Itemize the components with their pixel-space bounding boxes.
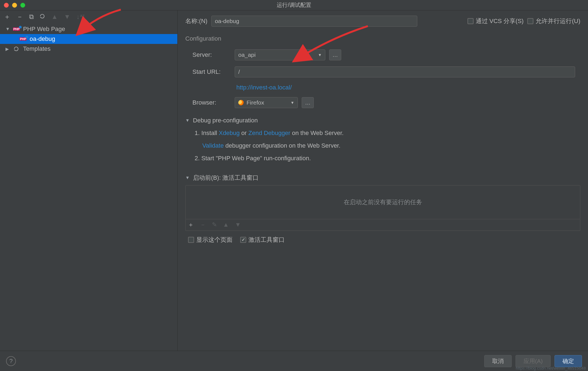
move-down-icon: ▼ xyxy=(64,13,71,20)
add-task-icon[interactable]: ＋ xyxy=(188,222,194,228)
checkbox-icon xyxy=(188,237,194,243)
checkbox-checked-icon xyxy=(240,237,246,243)
sidebar: ＋ － ⧉ ▲ ▼ ↓ᵃᶻ ▼ PHP PHP Web Page PHP oa-… xyxy=(0,10,178,351)
show-page-checkbox[interactable]: 显示这个页面 xyxy=(188,236,233,244)
checkbox-label: 允许并行运行(U) xyxy=(536,17,580,25)
zend-debugger-link[interactable]: Zend Debugger xyxy=(248,130,290,136)
or-text: or xyxy=(241,130,247,136)
activate-tool-window-checkbox[interactable]: 激活工具窗口 xyxy=(240,236,285,244)
config-tree: ▼ PHP PHP Web Page PHP oa-debug ▶ Templa… xyxy=(0,23,177,351)
validate-link[interactable]: Validate xyxy=(202,142,224,149)
share-via-vcs-checkbox[interactable]: 通过 VCS 分享(S) xyxy=(467,17,524,25)
before-launch-title: 启动前(B): 激活工具窗口 xyxy=(193,174,259,182)
checkbox-icon xyxy=(467,18,474,24)
chevron-down-icon: ▼ xyxy=(290,100,294,105)
copy-config-icon[interactable]: ⧉ xyxy=(29,13,34,20)
btn-label: 取消 xyxy=(492,357,504,365)
start-url-label: Start URL: xyxy=(185,68,235,75)
tree-label: Templates xyxy=(23,45,51,52)
php-web-page-icon: PHP xyxy=(19,37,27,41)
help-button[interactable]: ? xyxy=(6,356,16,366)
tree-category-php-web-page[interactable]: ▼ PHP PHP Web Page xyxy=(0,24,177,34)
browser-value: Firefox xyxy=(247,99,264,106)
btn-label: 应用(A) xyxy=(523,357,543,365)
btn-label: 确定 xyxy=(562,357,574,365)
chevron-down-icon: ▼ xyxy=(185,118,190,123)
step1-suffix: on the Web Server. xyxy=(292,130,344,136)
browser-more-button[interactable]: … xyxy=(302,97,314,108)
cancel-button[interactable]: 取消 xyxy=(484,355,512,367)
chevron-down-icon: ▼ xyxy=(185,175,190,180)
name-label: 名称:(N) xyxy=(185,17,208,25)
content-pane: 名称:(N) 通过 VCS 分享(S) 允许并行运行(U) Configurat… xyxy=(178,10,588,351)
debug-preconfig-header[interactable]: ▼ Debug pre-configuration xyxy=(185,117,580,124)
main-container: ＋ － ⧉ ▲ ▼ ↓ᵃᶻ ▼ PHP PHP Web Page PHP oa-… xyxy=(0,10,588,351)
allow-parallel-run-checkbox[interactable]: 允许并行运行(U) xyxy=(527,17,580,25)
remove-task-icon: － xyxy=(200,222,206,228)
server-more-button[interactable]: … xyxy=(329,49,341,60)
help-icon: ? xyxy=(9,358,13,365)
sort-icon: ↓ᵃᶻ xyxy=(77,13,85,20)
apply-button[interactable]: 应用(A) xyxy=(516,355,551,367)
xdebug-link[interactable]: Xdebug xyxy=(219,130,240,136)
server-row: oa_api ▼ … xyxy=(235,49,580,60)
tree-label: oa-debug xyxy=(30,35,55,43)
start-url-input[interactable] xyxy=(235,66,575,77)
add-config-icon[interactable]: ＋ xyxy=(4,13,10,20)
configuration-form: Server: oa_api ▼ … Start URL: http://inv… xyxy=(185,49,580,108)
firefox-icon xyxy=(238,100,244,105)
remove-config-icon[interactable]: － xyxy=(16,13,23,20)
edit-task-icon: ✎ xyxy=(212,222,217,228)
move-task-down-icon: ▼ xyxy=(235,222,241,228)
footer-buttons: 取消 应用(A) 确定 xyxy=(484,355,582,367)
close-window-button[interactable] xyxy=(4,3,9,8)
name-row: 名称:(N) 通过 VCS 分享(S) 允许并行运行(U) xyxy=(185,14,580,28)
sidebar-toolbar: ＋ － ⧉ ▲ ▼ ↓ᵃᶻ xyxy=(0,10,177,23)
debug-step-1: 1. Install Xdebug or Zend Debugger on th… xyxy=(195,127,580,139)
window-controls xyxy=(4,3,25,8)
url-preview-row: http://invest-oa.local/ xyxy=(235,83,580,91)
minimize-window-button[interactable] xyxy=(12,3,17,8)
browser-select[interactable]: Firefox ▼ xyxy=(235,97,298,108)
chevron-down-icon: ▼ xyxy=(318,53,322,57)
titlebar: 运行/调试配置 xyxy=(0,0,588,10)
configuration-section-title: Configuration xyxy=(185,35,580,42)
maximize-window-button[interactable] xyxy=(20,3,25,8)
tree-label: PHP Web Page xyxy=(23,26,65,33)
checkbox-label: 激活工具窗口 xyxy=(248,236,285,244)
start-url-row xyxy=(235,66,580,77)
debug-preconfig-title: Debug pre-configuration xyxy=(193,117,258,124)
wrench-icon xyxy=(12,46,21,52)
footer: ? 取消 应用(A) 确定 xyxy=(0,351,588,371)
svg-rect-0 xyxy=(40,17,41,18)
edit-config-icon[interactable] xyxy=(40,13,45,20)
browser-row: Firefox ▼ … xyxy=(235,97,580,108)
debug-preconfig-body: 1. Install Xdebug or Zend Debugger on th… xyxy=(185,124,580,165)
browser-label: Browser: xyxy=(185,99,235,106)
move-task-up-icon: ▲ xyxy=(223,222,229,228)
window-title: 运行/调试配置 xyxy=(277,1,311,9)
before-launch-list: 在启动之前没有要运行的任务 xyxy=(185,185,580,219)
before-launch-empty-text: 在启动之前没有要运行的任务 xyxy=(344,198,422,206)
server-label: Server: xyxy=(185,51,235,58)
checkbox-label: 通过 VCS 分享(S) xyxy=(476,17,524,25)
debug-step-2: 2. Start "PHP Web Page" run-configuratio… xyxy=(195,152,580,165)
server-select[interactable]: oa_api ▼ xyxy=(235,49,325,60)
watermark-text: https://blog.csdn.net/weixin_46515048 xyxy=(516,366,586,370)
before-launch-toolbar: ＋ － ✎ ▲ ▼ xyxy=(185,219,580,231)
before-launch-checkboxes: 显示这个页面 激活工具窗口 xyxy=(185,231,580,244)
chevron-right-icon: ▶ xyxy=(5,46,10,52)
ok-button[interactable]: 确定 xyxy=(555,355,582,367)
svg-rect-1 xyxy=(14,49,15,51)
name-input[interactable] xyxy=(211,16,417,27)
checkbox-icon xyxy=(527,18,533,24)
tree-category-templates[interactable]: ▶ Templates xyxy=(0,44,177,54)
url-preview-link[interactable]: http://invest-oa.local/ xyxy=(235,84,292,91)
tree-item-oa-debug[interactable]: PHP oa-debug xyxy=(0,34,177,44)
debug-validate-row: Validate debugger configuration on the W… xyxy=(195,139,580,152)
before-launch-header[interactable]: ▼ 启动前(B): 激活工具窗口 xyxy=(185,174,580,182)
move-up-icon: ▲ xyxy=(51,13,58,20)
validate-suffix: debugger configuration on the Web Server… xyxy=(225,142,340,149)
server-value: oa_api xyxy=(238,52,256,58)
chevron-down-icon: ▼ xyxy=(5,27,10,32)
